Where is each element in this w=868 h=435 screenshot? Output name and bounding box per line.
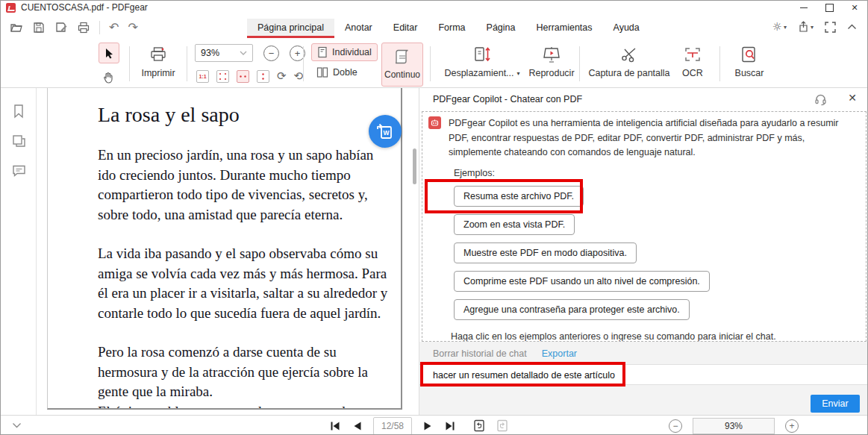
page-number-input[interactable]	[373, 417, 412, 435]
rotate-ccw-icon[interactable]: ⟲	[294, 69, 304, 83]
plus-icon: +	[295, 48, 301, 59]
zoom-out-button[interactable]: −	[263, 46, 279, 61]
quick-print-icon[interactable]	[77, 21, 90, 34]
save-icon[interactable]	[32, 21, 46, 34]
scissors-icon	[619, 46, 639, 63]
examples-section: Ejemplos: Resuma este archivo PDF. Zoom …	[454, 168, 866, 320]
comments-panel-button[interactable]	[12, 164, 27, 179]
status-zoom-level[interactable]: 93%	[693, 418, 775, 434]
tab-herramientas[interactable]: Herramientas	[526, 19, 603, 38]
hand-icon	[103, 72, 114, 84]
chat-input[interactable]	[431, 366, 852, 385]
tab-ayuda[interactable]: Ayuda	[603, 19, 650, 38]
document-scrollbar[interactable]	[413, 148, 416, 184]
maximize-button[interactable]	[817, 1, 842, 14]
bookmarks-panel-button[interactable]	[12, 104, 27, 119]
page-scroll-icon	[472, 46, 492, 63]
next-view-button[interactable]	[496, 419, 508, 432]
actual-size-icon[interactable]: 1:1	[196, 70, 209, 83]
rotate-cw-icon[interactable]: ⟳	[277, 69, 287, 83]
tab-pagina-principal[interactable]: Página principal	[247, 19, 334, 38]
status-zoom-value: 93%	[725, 421, 743, 431]
fit-page-icon[interactable]	[216, 70, 229, 83]
export-link[interactable]: Exportar	[542, 348, 577, 359]
next-page-button[interactable]	[423, 421, 433, 431]
undo-icon[interactable]: ↶	[109, 20, 119, 34]
status-zoom-out-button[interactable]: −	[669, 419, 682, 433]
divider	[719, 46, 720, 81]
toolbar: Imprimir 93% − + 1:1 ⟳ ⟲	[1, 40, 867, 88]
close-panel-icon[interactable]: ✕	[848, 92, 857, 104]
fullscreen-button[interactable]	[825, 22, 836, 33]
minimize-button[interactable]	[791, 1, 817, 14]
tab-forma[interactable]: Forma	[428, 19, 475, 38]
share-button[interactable]: ▾	[798, 21, 814, 33]
divider	[187, 46, 187, 81]
divider	[579, 46, 580, 81]
pdf-page[interactable]: La rosa y el sapo En un precioso jardín,…	[47, 88, 402, 410]
window-title: CUENTOSCASA.pdf - PDFgear	[21, 2, 148, 13]
first-page-button[interactable]	[329, 421, 341, 431]
chevron-down-icon	[240, 51, 247, 55]
single-page-view-button[interactable]: Individual	[311, 43, 378, 61]
copilot-message-area: PDFgear Copilot es una herramienta de in…	[422, 111, 867, 342]
chevron-down-icon	[12, 422, 22, 428]
example-slideshow-button[interactable]: Muestre este PDF en modo diapositiva.	[454, 242, 637, 263]
select-tool-button[interactable]	[99, 43, 119, 63]
example-password-button[interactable]: Agregue una contraseña para proteger est…	[454, 299, 690, 320]
support-button[interactable]	[814, 93, 827, 106]
close-button[interactable]: ✕	[842, 1, 867, 14]
zoom-controls: − 93% +	[669, 416, 799, 435]
copilot-welcome-message: PDFgear Copilot es una herramienta de in…	[422, 112, 866, 160]
theme-button[interactable]: ☼ ▾	[772, 20, 787, 34]
print-button[interactable]: Imprimir	[135, 46, 181, 78]
thumbnails-panel-button[interactable]	[12, 134, 27, 149]
send-button[interactable]: Enviar	[811, 395, 860, 413]
pdfgear-logo-icon	[6, 3, 16, 13]
zoom-combobox[interactable]: 93%	[195, 44, 253, 62]
chat-input-row	[419, 364, 868, 385]
copilot-hint: Haga clic en los ejemplos anteriores o i…	[451, 331, 866, 342]
example-summarize-button[interactable]: Resuma este archivo PDF.	[454, 186, 584, 207]
caret-down-icon: ▾	[811, 24, 814, 31]
single-page-label: Individual	[332, 47, 372, 57]
continuous-view-button[interactable]: Continuo	[381, 43, 423, 87]
share-icon	[798, 21, 809, 33]
previous-view-button[interactable]	[473, 419, 485, 432]
fit-width-icon[interactable]	[237, 70, 249, 83]
copilot-intro-text: PDFgear Copilot es una herramienta de in…	[449, 116, 840, 160]
double-page-icon	[316, 66, 328, 78]
status-zoom-in-button[interactable]: +	[785, 419, 799, 433]
open-file-icon[interactable]	[10, 21, 23, 34]
pointer-icon	[104, 48, 114, 59]
convert-to-word-button[interactable]: W	[369, 115, 402, 148]
ocr-button[interactable]: OCR	[675, 46, 711, 78]
continuous-label: Continuo	[384, 69, 420, 80]
tab-anotar[interactable]: Anotar	[334, 19, 383, 38]
fit-height-icon[interactable]	[257, 70, 269, 83]
collapse-sidebar-button[interactable]	[12, 422, 22, 428]
search-button[interactable]: Buscar	[728, 46, 771, 78]
double-page-label: Doble	[333, 67, 357, 78]
clear-history-link[interactable]: Borrar historial de chat	[433, 348, 527, 359]
document-paragraph: En un precioso jardín, una rosa y un sap…	[98, 145, 390, 225]
scroll-mode-button[interactable]: Desplazamient... ▾	[441, 46, 523, 78]
robot-icon	[431, 119, 439, 127]
close-icon: ✕	[851, 3, 858, 13]
example-zoom-button[interactable]: Zoom en esta vista PDF.	[454, 214, 575, 235]
previous-page-button[interactable]	[352, 421, 362, 431]
last-page-button[interactable]	[444, 421, 456, 431]
example-compress-button[interactable]: Comprime este PDF usando un alto nivel d…	[454, 271, 710, 292]
play-label: Reproducir	[528, 68, 574, 78]
tab-editar[interactable]: Editar	[383, 19, 428, 38]
comment-icon	[12, 164, 26, 178]
hand-tool-button[interactable]	[99, 68, 118, 87]
tab-pagina[interactable]: Página	[476, 19, 526, 38]
pages-icon	[12, 134, 26, 148]
play-presentation-button[interactable]: Reproducir	[525, 46, 578, 78]
redo-icon[interactable]: ↷	[128, 20, 137, 34]
double-page-view-button[interactable]: Doble	[311, 63, 378, 81]
screenshot-button[interactable]: Captura de pantalla	[585, 46, 673, 78]
save-as-icon[interactable]	[54, 21, 68, 34]
collapse-ribbon-button[interactable]	[847, 24, 857, 30]
